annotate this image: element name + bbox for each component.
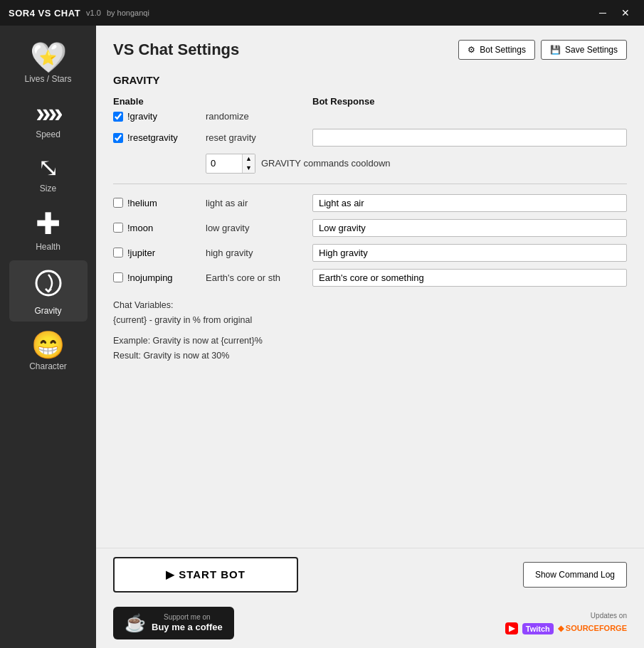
jupiter-desc: high gravity <box>206 248 312 258</box>
app-version: v1.0 <box>86 9 101 17</box>
sidebar: 🤍 ⭐ Lives / Stars »» Speed ⤡ Size ✚ Heal… <box>0 26 96 648</box>
sourceforge-icon[interactable]: ◆ SOURCEFORGE <box>558 624 627 633</box>
nojumping-check-cell: !nojumping <box>113 272 206 283</box>
updates-icons: ▶ Twitch ◆ SOURCEFORGE <box>505 622 627 634</box>
helium-command: !helium <box>127 198 157 208</box>
spinner-down-button[interactable]: ▼ <box>243 164 255 173</box>
resetgravity-input[interactable] <box>312 129 627 147</box>
sidebar-label-character: Character <box>29 361 67 371</box>
sidebar-label-lives-stars: Lives / Stars <box>24 74 71 84</box>
footer: ☕ Support me on Buy me a coffee Updates … <box>96 601 644 648</box>
sidebar-item-character[interactable]: 😁 Character <box>9 324 88 377</box>
resetgravity-checkbox[interactable] <box>113 133 123 143</box>
spinner-buttons: ▲ ▼ <box>242 154 255 173</box>
support-text: Support me on Buy me a coffee <box>152 612 223 634</box>
jupiter-input-cell[interactable] <box>312 244 627 262</box>
row-helium: !helium light as air <box>113 194 627 212</box>
chat-variables: Chat Variables: {current} - gravity in %… <box>113 298 627 364</box>
moon-input-cell[interactable] <box>312 219 627 237</box>
cooldown-label: GRAVITY commands cooldown <box>261 158 391 169</box>
divider <box>113 184 627 184</box>
jupiter-input[interactable] <box>312 244 627 262</box>
col-header-response: Bot Response <box>312 96 374 107</box>
gravity-desc: randomize <box>206 111 312 122</box>
chat-vars-example: Example: Gravity is now at {current}% <box>113 334 627 349</box>
content-area: VS Chat Settings ⚙ Bot Settings 💾 Save S… <box>96 26 644 648</box>
content-inner: VS Chat Settings ⚙ Bot Settings 💾 Save S… <box>96 26 644 548</box>
bot-settings-label: Bot Settings <box>480 45 526 55</box>
chat-vars-var1: {current} - gravity in % from original <box>113 313 627 328</box>
nojumping-input[interactable] <box>312 269 627 287</box>
save-settings-button[interactable]: 💾 Save Settings <box>541 40 627 60</box>
sidebar-item-speed[interactable]: »» Speed <box>9 92 88 145</box>
nojumping-desc: Earth's core or sth <box>206 272 312 283</box>
row-nojumping: !nojumping Earth's core or sth <box>113 269 627 287</box>
sidebar-label-speed: Speed <box>36 129 60 139</box>
show-command-log-button[interactable]: Show Command Log <box>523 562 627 588</box>
page-title: VS Chat Settings <box>113 41 458 59</box>
sidebar-label-health: Health <box>36 242 60 252</box>
spinner-up-button[interactable]: ▲ <box>243 154 255 164</box>
moon-checkbox[interactable] <box>113 223 123 233</box>
moon-check-cell: !moon <box>113 223 206 233</box>
nojumping-command: !nojumping <box>127 272 173 283</box>
sidebar-item-gravity[interactable]: Gravity <box>9 260 88 322</box>
gear-icon: ⚙ <box>468 45 475 55</box>
health-icon: ✚ <box>36 209 60 239</box>
support-button[interactable]: ☕ Support me on Buy me a coffee <box>113 607 234 639</box>
chat-vars-title: Chat Variables: <box>113 298 627 313</box>
helium-input[interactable] <box>312 194 627 212</box>
col-header-enable: Enable <box>113 96 312 107</box>
helium-checkbox[interactable] <box>113 198 123 208</box>
support-pre-text: Support me on <box>152 612 223 622</box>
jupiter-check-cell: !jupiter <box>113 248 206 258</box>
jupiter-checkbox[interactable] <box>113 248 123 257</box>
sidebar-item-lives-stars[interactable]: 🤍 ⭐ Lives / Stars <box>9 33 88 90</box>
save-icon: 💾 <box>550 45 561 55</box>
app-name: SOR4 VS CHAT <box>9 8 80 18</box>
nojumping-checkbox[interactable] <box>113 272 123 282</box>
moon-command: !moon <box>127 223 153 233</box>
main-layout: 🤍 ⭐ Lives / Stars »» Speed ⤡ Size ✚ Heal… <box>0 26 644 648</box>
sidebar-label-gravity: Gravity <box>34 306 61 316</box>
start-bot-button[interactable]: ▶ START BOT <box>113 557 298 593</box>
title-bar: SOR4 VS CHAT v1.0 by honganqi ─ ✕ <box>0 0 644 26</box>
minimize-button[interactable]: ─ <box>593 4 613 21</box>
resetgravity-command: !resetgravity <box>127 132 178 143</box>
helium-input-cell[interactable] <box>312 194 627 212</box>
close-button[interactable]: ✕ <box>616 4 635 21</box>
column-headers: Enable Bot Response <box>113 96 627 107</box>
moon-desc: low gravity <box>206 223 312 233</box>
resetgravity-input-cell[interactable] <box>312 129 627 147</box>
cooldown-spinner: ▲ ▼ <box>206 154 255 174</box>
row-jupiter: !jupiter high gravity <box>113 244 627 262</box>
sidebar-item-health[interactable]: ✚ Health <box>9 202 88 257</box>
helium-check-cell: !helium <box>113 198 206 208</box>
youtube-icon[interactable]: ▶ <box>505 622 518 634</box>
gravity-icon <box>33 267 64 303</box>
nojumping-input-cell[interactable] <box>312 269 627 287</box>
sidebar-item-size[interactable]: ⤡ Size <box>9 148 88 199</box>
bottom-area: ▶ START BOT Show Command Log <box>96 548 644 601</box>
gravity-command: !gravity <box>127 111 157 122</box>
section-heading: GRAVITY <box>113 74 627 86</box>
row-gravity: !gravity randomize <box>113 111 627 122</box>
app-author: by honganqi <box>107 9 149 17</box>
cooldown-row: ▲ ▼ GRAVITY commands cooldown <box>206 154 627 174</box>
cooldown-input[interactable] <box>206 155 242 171</box>
character-icon: 😁 <box>31 331 65 358</box>
page-title-row: VS Chat Settings ⚙ Bot Settings 💾 Save S… <box>113 40 627 60</box>
gravity-checkbox[interactable] <box>113 112 123 122</box>
header-buttons: ⚙ Bot Settings 💾 Save Settings <box>458 40 627 60</box>
moon-input[interactable] <box>312 219 627 237</box>
resetgravity-check-cell: !resetgravity <box>113 132 206 143</box>
twitch-icon[interactable]: Twitch <box>522 623 554 634</box>
gravity-check-cell: !gravity <box>113 111 206 122</box>
resetgravity-desc: reset gravity <box>206 132 312 143</box>
size-icon: ⤡ <box>38 155 59 181</box>
bot-settings-button[interactable]: ⚙ Bot Settings <box>458 40 535 60</box>
speed-icon: »» <box>36 100 60 127</box>
window-controls: ─ ✕ <box>593 4 635 21</box>
updates-label: Updates on <box>591 612 627 620</box>
lives-stars-icon: 🤍 ⭐ <box>31 40 65 74</box>
